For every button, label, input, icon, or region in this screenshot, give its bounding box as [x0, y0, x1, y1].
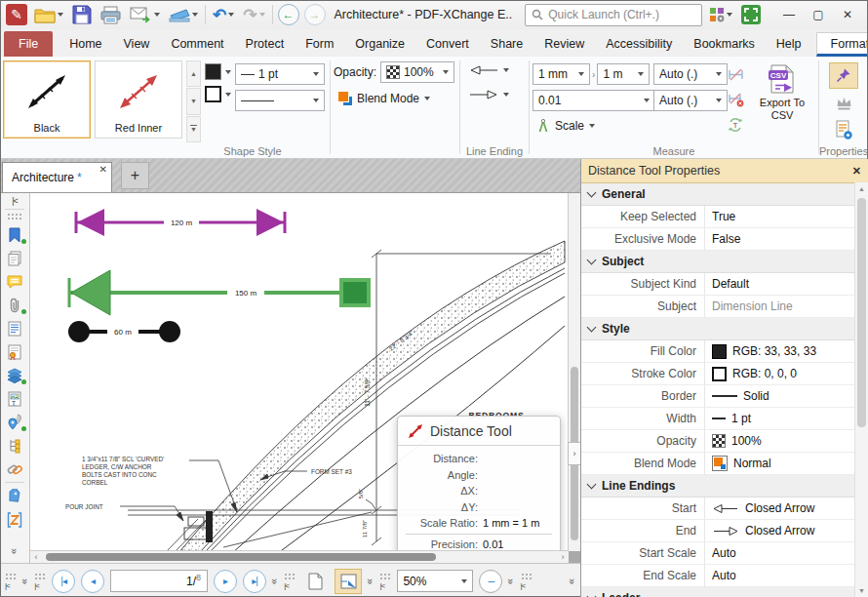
- first-page-button[interactable]: |◂: [52, 570, 75, 593]
- style-preset-red-inner[interactable]: Red Inner: [95, 60, 182, 139]
- property-row-fill-color[interactable]: Fill ColorRGB: 33, 33, 33: [581, 340, 855, 363]
- property-row-start[interactable]: StartClosed Arrow: [581, 498, 855, 520]
- stroke-color-picker[interactable]: [205, 86, 231, 102]
- measurement-annotation-black[interactable]: 60 m: [68, 321, 180, 342]
- quick-launch-input[interactable]: Quick Launch (Ctrl+.): [525, 4, 702, 26]
- scan-button[interactable]: [167, 7, 200, 23]
- undo-button[interactable]: ↶: [211, 6, 236, 24]
- scroll-up-icon[interactable]: ▲: [858, 182, 865, 196]
- close-tab-icon[interactable]: ✕: [99, 164, 107, 175]
- panel-scrollbar-thumb[interactable]: [857, 198, 866, 427]
- section-style[interactable]: Style: [581, 318, 855, 340]
- zoom-out-button[interactable]: –: [479, 570, 502, 593]
- close-button[interactable]: ✕: [833, 3, 862, 26]
- toolbar-grip[interactable]: |<: [521, 573, 533, 590]
- property-row-stroke-color[interactable]: Stroke ColorRGB: 0, 0, 0: [581, 363, 855, 385]
- maximize-button[interactable]: ▢: [804, 3, 833, 26]
- sidebar-item-bookmarks[interactable]: [3, 224, 26, 245]
- scale-from-select[interactable]: 1 mm: [533, 63, 590, 85]
- tab-share[interactable]: Share: [480, 32, 533, 57]
- tab-view[interactable]: View: [113, 32, 161, 57]
- sidebar-item-fields[interactable]: [3, 318, 26, 338]
- pdf-page[interactable]: 1 3/4"x11 7/8" SCL 'CURVED' LEDGER, C/W …: [30, 193, 569, 551]
- tab-home[interactable]: Home: [59, 32, 112, 57]
- line-width-select[interactable]: 1 pt: [235, 63, 325, 85]
- keep-selected-pin-button[interactable]: [829, 62, 858, 89]
- tab-convert[interactable]: Convert: [415, 32, 480, 57]
- exclusive-mode-button[interactable]: [830, 92, 857, 116]
- close-pane-icon[interactable]: ✕: [852, 165, 861, 178]
- pane-drag-grip[interactable]: [7, 213, 22, 221]
- property-row-end[interactable]: EndClosed Arrow: [581, 520, 855, 542]
- previous-page-button[interactable]: ◂: [81, 570, 104, 593]
- tab-file[interactable]: File: [4, 31, 53, 57]
- fraction-x-select[interactable]: Auto (.): [653, 63, 728, 85]
- sidebar-item-attachments[interactable]: [3, 295, 26, 315]
- minimize-button[interactable]: —: [774, 3, 804, 26]
- toolbar-grip[interactable]: |<: [5, 573, 17, 590]
- start-line-ending-select[interactable]: [463, 60, 528, 80]
- property-row-exclusive-mode[interactable]: Exclusive ModeFalse: [581, 228, 855, 251]
- tab-comment[interactable]: Comment: [160, 32, 234, 57]
- properties-button[interactable]: [830, 118, 857, 142]
- panel-scrollbar[interactable]: ▲ ▼: [854, 182, 868, 597]
- page-number-field[interactable]: 1/8: [110, 570, 208, 592]
- gallery-expand-button[interactable]: ▼: [186, 116, 201, 142]
- more-tools-icon[interactable]: »: [365, 577, 376, 583]
- sidebar-item-structure[interactable]: [3, 435, 26, 456]
- more-tools-icon[interactable]: »: [567, 577, 578, 583]
- section-leader[interactable]: Leader: [581, 587, 855, 597]
- property-row-blend-mode[interactable]: Blend ModeNormal: [581, 453, 855, 475]
- horizontal-scrollbar-thumb[interactable]: [46, 553, 436, 561]
- save-button[interactable]: [70, 4, 94, 25]
- rotate-caption-button[interactable]: T: [724, 113, 747, 137]
- more-panes-icon[interactable]: »: [9, 548, 20, 554]
- single-page-view-button[interactable]: [301, 569, 329, 594]
- sidebar-item-links[interactable]: [3, 458, 26, 479]
- add-measurement-caption-button[interactable]: [724, 62, 747, 86]
- open-button[interactable]: [32, 6, 65, 24]
- delete-measurement-caption-button[interactable]: [724, 88, 747, 111]
- measurement-annotation-green[interactable]: 150 m: [69, 270, 369, 315]
- ui-options-button[interactable]: [707, 6, 734, 23]
- sidebar-item-named-destinations[interactable]: [3, 486, 26, 506]
- redo-button[interactable]: ↷: [241, 6, 266, 24]
- section-subject[interactable]: Subject: [581, 251, 855, 273]
- property-row-width[interactable]: Width1 pt: [581, 408, 855, 430]
- property-row-keep-selected[interactable]: Keep SelectedTrue: [581, 206, 855, 228]
- precision-select[interactable]: 0.01: [533, 90, 655, 111]
- sidebar-item-layers[interactable]: [3, 365, 26, 385]
- measurement-annotation-purple[interactable]: 120 m: [76, 209, 285, 236]
- forward-button[interactable]: →: [304, 4, 326, 25]
- fill-color-picker[interactable]: [205, 63, 231, 80]
- sidebar-item-content[interactable]: T: [3, 388, 26, 409]
- tab-bookmarks[interactable]: Bookmarks: [683, 32, 766, 57]
- tab-organize[interactable]: Organize: [344, 32, 415, 57]
- print-button[interactable]: [99, 5, 123, 25]
- toolbar-grip[interactable]: |<: [284, 573, 296, 590]
- toolbar-grip[interactable]: |<: [34, 573, 46, 590]
- zoom-level-select[interactable]: 50%: [397, 570, 473, 592]
- tab-format[interactable]: Format: [816, 32, 868, 57]
- tab-help[interactable]: Help: [766, 32, 812, 57]
- property-row-border[interactable]: BorderSolid: [581, 385, 855, 408]
- export-to-csv-button[interactable]: CSV Export ToCSV: [751, 60, 813, 142]
- scale-button[interactable]: Scale: [533, 116, 650, 136]
- style-preset-black[interactable]: Black: [3, 60, 91, 139]
- toolbar-grip[interactable]: |<: [379, 573, 391, 590]
- property-row-subject[interactable]: SubjectDimension Line: [581, 296, 855, 318]
- fraction-y-select[interactable]: Auto (.): [653, 90, 728, 111]
- more-tools-icon[interactable]: »: [20, 577, 31, 583]
- fit-page-view-button[interactable]: [335, 569, 362, 594]
- gallery-up-button[interactable]: ▲: [186, 60, 201, 87]
- new-tab-button[interactable]: +: [121, 162, 149, 189]
- more-tools-icon[interactable]: »: [505, 577, 517, 583]
- property-row-subject-kind[interactable]: Subject KindDefault: [581, 273, 855, 296]
- sidebar-item-thumbnails[interactable]: [3, 248, 26, 268]
- gallery-down-button[interactable]: ▼: [186, 88, 201, 114]
- horizontal-scrollbar[interactable]: ‹ ›: [30, 550, 569, 563]
- end-line-ending-select[interactable]: [463, 85, 528, 104]
- property-row-opacity[interactable]: Opacity100%: [581, 430, 855, 453]
- tab-accessibility[interactable]: Accessibility: [595, 32, 683, 57]
- sidebar-item-signatures[interactable]: [3, 341, 26, 362]
